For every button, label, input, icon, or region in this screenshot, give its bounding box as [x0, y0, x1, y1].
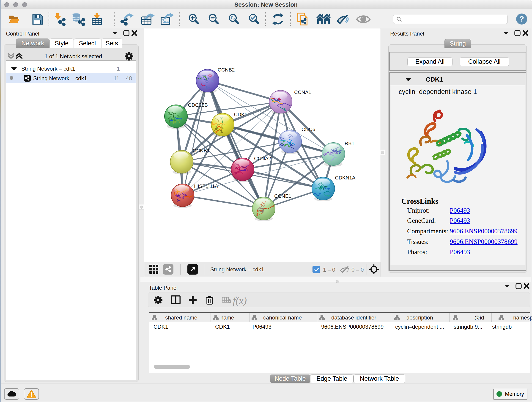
svg-text:CCNA2: CCNA2 — [254, 156, 271, 161]
svg-text:RB1: RB1 — [345, 140, 355, 146]
svg-text:?: ? — [519, 14, 524, 23]
svg-text:CCNB2: CCNB2 — [218, 67, 235, 73]
svg-text:CDC25B: CDC25B — [188, 102, 208, 108]
svg-text:CDKN1A: CDKN1A — [335, 175, 355, 181]
svg-text:HIST1H1A: HIST1H1A — [194, 183, 218, 189]
svg-text:CDK1: CDK1 — [234, 112, 247, 117]
svg-text:CDC6: CDC6 — [302, 127, 315, 132]
svg-text:CCNE1: CCNE1 — [274, 193, 291, 199]
svg-text:CCNA1: CCNA1 — [294, 89, 311, 95]
svg-text:CCNB1: CCNB1 — [193, 148, 210, 153]
